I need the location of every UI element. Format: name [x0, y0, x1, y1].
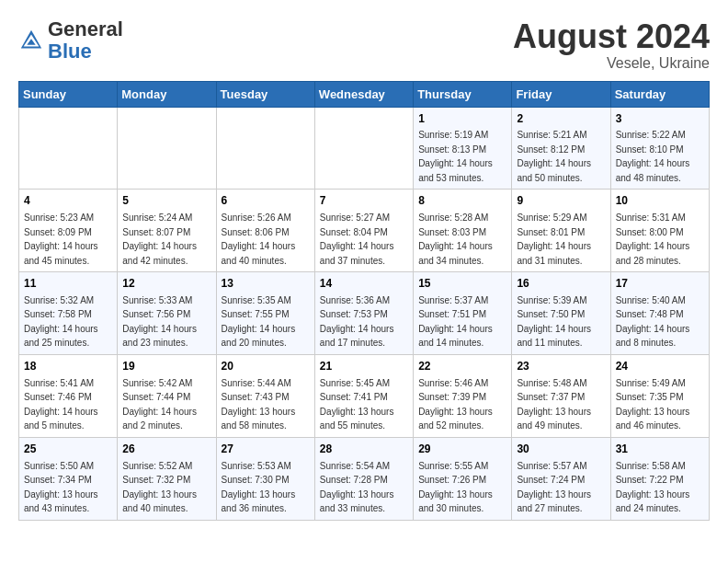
day-info: Sunrise: 5:45 AM Sunset: 7:41 PM Dayligh… — [320, 378, 394, 431]
day-info: Sunrise: 5:55 AM Sunset: 7:26 PM Dayligh… — [418, 461, 493, 514]
location-subtitle: Vesele, Ukraine — [513, 55, 710, 72]
calendar-cell — [19, 107, 118, 190]
calendar-cell: 22Sunrise: 5:46 AM Sunset: 7:39 PM Dayli… — [414, 354, 512, 437]
day-number: 22 — [418, 359, 506, 374]
day-number: 20 — [222, 359, 310, 374]
day-info: Sunrise: 5:42 AM Sunset: 7:44 PM Dayligh… — [122, 378, 197, 431]
day-info: Sunrise: 5:52 AM Sunset: 7:32 PM Dayligh… — [122, 461, 197, 514]
calendar-cell: 23Sunrise: 5:48 AM Sunset: 7:37 PM Dayli… — [512, 354, 610, 437]
day-number: 27 — [222, 442, 310, 457]
day-number: 8 — [418, 193, 506, 209]
day-info: Sunrise: 5:40 AM Sunset: 7:48 PM Dayligh… — [616, 295, 690, 349]
day-info: Sunrise: 5:57 AM Sunset: 7:24 PM Dayligh… — [517, 461, 591, 514]
day-number: 1 — [418, 111, 506, 127]
calendar-cell: 2Sunrise: 5:21 AM Sunset: 8:12 PM Daylig… — [512, 107, 610, 190]
day-number: 25 — [24, 442, 112, 457]
day-number: 15 — [418, 276, 506, 292]
day-number: 29 — [418, 442, 506, 457]
day-info: Sunrise: 5:50 AM Sunset: 7:34 PM Dayligh… — [24, 461, 98, 514]
calendar-cell — [118, 107, 216, 190]
day-info: Sunrise: 5:35 AM Sunset: 7:55 PM Dayligh… — [222, 295, 296, 349]
day-info: Sunrise: 5:58 AM Sunset: 7:22 PM Dayligh… — [616, 461, 690, 514]
day-number: 31 — [616, 442, 704, 457]
day-info: Sunrise: 5:44 AM Sunset: 7:43 PM Dayligh… — [222, 378, 296, 431]
week-row-5: 25Sunrise: 5:50 AM Sunset: 7:34 PM Dayli… — [19, 437, 710, 520]
calendar-cell — [314, 107, 413, 190]
day-number: 26 — [122, 442, 210, 457]
calendar-cell: 18Sunrise: 5:41 AM Sunset: 7:46 PM Dayli… — [19, 354, 118, 437]
calendar-cell: 24Sunrise: 5:49 AM Sunset: 7:35 PM Dayli… — [610, 354, 709, 437]
calendar-cell: 5Sunrise: 5:24 AM Sunset: 8:07 PM Daylig… — [118, 190, 216, 272]
day-number: 7 — [320, 193, 408, 209]
day-number: 28 — [320, 442, 408, 457]
header-day-sunday: Sunday — [19, 81, 118, 107]
day-info: Sunrise: 5:26 AM Sunset: 8:06 PM Dayligh… — [222, 213, 296, 266]
day-info: Sunrise: 5:36 AM Sunset: 7:53 PM Dayligh… — [320, 295, 394, 349]
header-day-friday: Friday — [512, 81, 610, 107]
day-number: 14 — [320, 276, 408, 292]
calendar-cell: 31Sunrise: 5:58 AM Sunset: 7:22 PM Dayli… — [610, 437, 709, 520]
day-info: Sunrise: 5:41 AM Sunset: 7:46 PM Dayligh… — [24, 378, 98, 431]
header-day-wednesday: Wednesday — [314, 81, 413, 107]
day-number: 2 — [517, 111, 605, 127]
header-day-saturday: Saturday — [610, 81, 709, 107]
day-info: Sunrise: 5:27 AM Sunset: 8:04 PM Dayligh… — [320, 213, 394, 266]
calendar-cell: 27Sunrise: 5:53 AM Sunset: 7:30 PM Dayli… — [216, 437, 314, 520]
calendar-cell: 28Sunrise: 5:54 AM Sunset: 7:28 PM Dayli… — [314, 437, 413, 520]
week-row-1: 1Sunrise: 5:19 AM Sunset: 8:13 PM Daylig… — [19, 107, 710, 190]
day-info: Sunrise: 5:24 AM Sunset: 8:07 PM Dayligh… — [122, 213, 197, 266]
calendar-cell: 10Sunrise: 5:31 AM Sunset: 8:00 PM Dayli… — [610, 190, 709, 272]
day-number: 12 — [122, 276, 210, 292]
calendar-cell: 6Sunrise: 5:26 AM Sunset: 8:06 PM Daylig… — [216, 190, 314, 272]
day-number: 30 — [517, 442, 605, 457]
week-row-2: 4Sunrise: 5:23 AM Sunset: 8:09 PM Daylig… — [19, 190, 710, 272]
header-day-thursday: Thursday — [414, 81, 512, 107]
calendar-cell: 25Sunrise: 5:50 AM Sunset: 7:34 PM Dayli… — [19, 437, 118, 520]
calendar-cell: 4Sunrise: 5:23 AM Sunset: 8:09 PM Daylig… — [19, 190, 118, 272]
calendar-cell: 26Sunrise: 5:52 AM Sunset: 7:32 PM Dayli… — [118, 437, 216, 520]
calendar-cell: 29Sunrise: 5:55 AM Sunset: 7:26 PM Dayli… — [414, 437, 512, 520]
calendar-cell: 13Sunrise: 5:35 AM Sunset: 7:55 PM Dayli… — [216, 272, 314, 355]
day-number: 24 — [616, 359, 704, 374]
day-info: Sunrise: 5:37 AM Sunset: 7:51 PM Dayligh… — [418, 295, 493, 349]
calendar-cell: 21Sunrise: 5:45 AM Sunset: 7:41 PM Dayli… — [314, 354, 413, 437]
header-row: SundayMondayTuesdayWednesdayThursdayFrid… — [19, 81, 710, 107]
day-number: 4 — [24, 193, 112, 209]
day-number: 13 — [222, 276, 310, 292]
day-info: Sunrise: 5:31 AM Sunset: 8:00 PM Dayligh… — [616, 213, 690, 266]
day-number: 9 — [517, 193, 605, 209]
day-number: 18 — [24, 359, 112, 374]
day-number: 17 — [616, 276, 704, 292]
day-info: Sunrise: 5:53 AM Sunset: 7:30 PM Dayligh… — [222, 461, 296, 514]
day-number: 16 — [517, 276, 605, 292]
day-number: 11 — [24, 276, 112, 292]
day-info: Sunrise: 5:49 AM Sunset: 7:35 PM Dayligh… — [616, 378, 690, 431]
calendar-cell: 11Sunrise: 5:32 AM Sunset: 7:58 PM Dayli… — [19, 272, 118, 355]
calendar-cell: 20Sunrise: 5:44 AM Sunset: 7:43 PM Dayli… — [216, 354, 314, 437]
day-number: 6 — [222, 193, 310, 209]
day-number: 19 — [122, 359, 210, 374]
logo-text: General Blue — [48, 18, 123, 63]
calendar-cell — [216, 107, 314, 190]
week-row-4: 18Sunrise: 5:41 AM Sunset: 7:46 PM Dayli… — [19, 354, 710, 437]
calendar-cell: 3Sunrise: 5:22 AM Sunset: 8:10 PM Daylig… — [610, 107, 709, 190]
page-header: General Blue August 2024 Vesele, Ukraine — [18, 18, 710, 72]
calendar-cell: 7Sunrise: 5:27 AM Sunset: 8:04 PM Daylig… — [314, 190, 413, 272]
header-day-monday: Monday — [118, 81, 216, 107]
day-info: Sunrise: 5:29 AM Sunset: 8:01 PM Dayligh… — [517, 213, 591, 266]
calendar-cell: 8Sunrise: 5:28 AM Sunset: 8:03 PM Daylig… — [414, 190, 512, 272]
title-area: August 2024 Vesele, Ukraine — [513, 18, 710, 72]
calendar-cell: 19Sunrise: 5:42 AM Sunset: 7:44 PM Dayli… — [118, 354, 216, 437]
day-info: Sunrise: 5:54 AM Sunset: 7:28 PM Dayligh… — [320, 461, 394, 514]
day-info: Sunrise: 5:19 AM Sunset: 8:13 PM Dayligh… — [418, 130, 493, 183]
calendar-cell: 17Sunrise: 5:40 AM Sunset: 7:48 PM Dayli… — [610, 272, 709, 355]
day-info: Sunrise: 5:28 AM Sunset: 8:03 PM Dayligh… — [418, 213, 493, 266]
calendar-cell: 16Sunrise: 5:39 AM Sunset: 7:50 PM Dayli… — [512, 272, 610, 355]
calendar-cell: 12Sunrise: 5:33 AM Sunset: 7:56 PM Dayli… — [118, 272, 216, 355]
day-info: Sunrise: 5:23 AM Sunset: 8:09 PM Dayligh… — [24, 213, 98, 266]
day-info: Sunrise: 5:46 AM Sunset: 7:39 PM Dayligh… — [418, 378, 493, 431]
day-info: Sunrise: 5:48 AM Sunset: 7:37 PM Dayligh… — [517, 378, 591, 431]
day-number: 23 — [517, 359, 605, 374]
calendar-cell: 14Sunrise: 5:36 AM Sunset: 7:53 PM Dayli… — [314, 272, 413, 355]
day-info: Sunrise: 5:39 AM Sunset: 7:50 PM Dayligh… — [517, 295, 591, 349]
